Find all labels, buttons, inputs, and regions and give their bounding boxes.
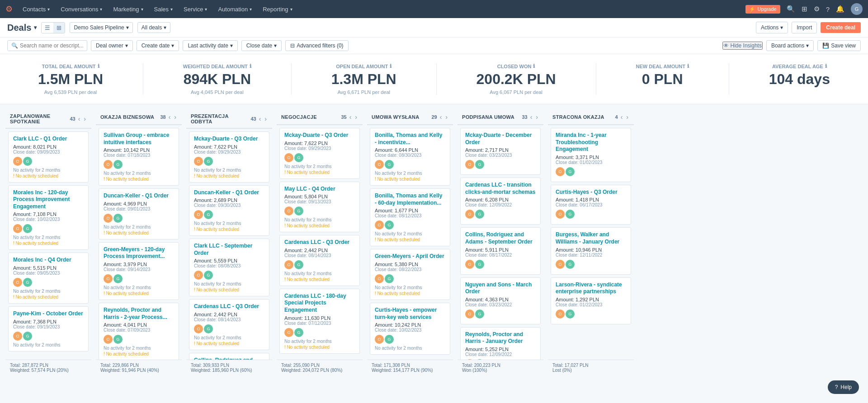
deal-card[interactable]: Reynolds, Proctor and Harris - 2-year Pr… bbox=[99, 303, 179, 360]
deal-card[interactable]: Bonilla, Thomas and Kelly - 60-day Imple… bbox=[370, 188, 450, 246]
deal-card[interactable]: Cardenas LLC - transition clicks-and-mor… bbox=[460, 178, 541, 225]
insight-open-deal-sub: Avg 6,671 PLN per deal bbox=[331, 89, 396, 95]
deal-card[interactable]: Morales Inc - 120-day Process Improvemen… bbox=[8, 185, 89, 250]
deal-name: Mckay-Duarte - Q3 Order bbox=[284, 132, 355, 139]
deal-card[interactable]: Curtis-Hayes - empower turn-key web serv… bbox=[370, 303, 450, 355]
column-count-zaplanowane: 43 bbox=[70, 116, 75, 122]
deal-card[interactable]: Larson-Rivera - syndicate enterprise par… bbox=[551, 277, 631, 324]
deal-card[interactable]: Miranda Inc - 1-year Troubleshooting Eng… bbox=[551, 128, 631, 182]
avatar: O bbox=[13, 332, 22, 341]
deal-card[interactable]: Collins, Rodriguez and Adams - re-contex… bbox=[189, 353, 269, 360]
deal-card[interactable]: Bonilla, Thomas and Kelly - incentivize.… bbox=[370, 128, 450, 186]
advanced-filters-button[interactable]: ⊟ Advanced filters (0) bbox=[285, 40, 348, 51]
notifications-icon[interactable]: 🔔 bbox=[836, 5, 844, 13]
marketplace-icon[interactable]: ⊞ bbox=[802, 5, 807, 13]
deal-amount: Amount: 8,021 PLN bbox=[13, 144, 84, 150]
nav-marketing[interactable]: Marketing ▾ bbox=[108, 0, 147, 18]
nav-sales[interactable]: Sales ▾ bbox=[150, 0, 178, 18]
deal-card[interactable]: Green-Meyers - 120-day Process Improveme… bbox=[99, 242, 179, 300]
column-next-zaplanowane[interactable]: › bbox=[83, 115, 87, 122]
deal-card[interactable]: Collins, Rodriguez and Adams - September… bbox=[460, 227, 541, 274]
upgrade-button[interactable]: ⚡ Upgrade bbox=[745, 5, 780, 14]
hide-insights-button[interactable]: 👁 Hide Insights bbox=[722, 42, 763, 50]
board-view-button[interactable]: ⊞ bbox=[53, 23, 65, 33]
deal-card[interactable]: Reynolds, Proctor and Harris - January O… bbox=[460, 327, 541, 360]
deal-amount: Amount: 5,515 PLN bbox=[13, 265, 84, 271]
deal-card[interactable]: Nguyen and Sons - March Order Amount: 4,… bbox=[460, 277, 541, 324]
column-next-umowa[interactable]: › bbox=[444, 113, 448, 121]
header-left: Deals ▾ ☰ ⊞ Demo Sales Pipeline ▾ All de… bbox=[7, 22, 170, 33]
search-box[interactable]: 🔍 bbox=[7, 40, 87, 51]
nav-contacts[interactable]: Contacts ▾ bbox=[18, 0, 54, 18]
list-view-button[interactable]: ☰ bbox=[42, 23, 53, 33]
deal-name: Bonilla, Thomas and Kelly - incentivize.… bbox=[375, 132, 445, 146]
deal-name: Morales Inc - Q4 Order bbox=[13, 257, 84, 264]
import-button[interactable]: Import bbox=[792, 22, 817, 33]
column-header-right: 4 ‹ › bbox=[615, 113, 629, 121]
deal-card[interactable]: Payne-Kim - October Order Amount: 7,368 … bbox=[8, 306, 89, 351]
deal-close-date: Close date: 08/17/2022 bbox=[465, 253, 536, 258]
pipeline-select[interactable]: Demo Sales Pipeline ▾ bbox=[70, 22, 132, 33]
deal-card[interactable]: Green-Meyers - April Order Amount: 5,380… bbox=[370, 249, 450, 300]
chevron-down-icon: ▾ bbox=[230, 42, 233, 49]
deal-card[interactable]: Clark LLC - Q1 Order Amount: 8,021 PLN C… bbox=[8, 131, 89, 183]
deal-card[interactable]: Mckay-Duarte - December Order Amount: 2,… bbox=[460, 128, 541, 175]
create-date-filter[interactable]: Create date ▾ bbox=[137, 40, 179, 51]
chevron-down-icon: ▾ bbox=[47, 7, 50, 12]
activity-text: No activity for 2 months bbox=[13, 235, 84, 240]
settings-icon[interactable]: ⚙ bbox=[814, 5, 820, 13]
search-icon[interactable]: 🔍 bbox=[787, 5, 795, 13]
column-next-podpisana[interactable]: › bbox=[535, 113, 539, 121]
deal-card[interactable]: Morales Inc - Q4 Order Amount: 5,515 PLN… bbox=[8, 253, 89, 304]
avatar[interactable]: G bbox=[851, 3, 863, 15]
column-next-negocjacje[interactable]: › bbox=[354, 113, 358, 121]
deal-avatars: OG bbox=[375, 274, 445, 283]
deal-card[interactable]: Duncan-Keller - Q1 Order Amount: 2,689 P… bbox=[189, 185, 269, 236]
nav-conversations[interactable]: Conversations ▾ bbox=[56, 0, 107, 18]
column-prev-zaplanowane[interactable]: ‹ bbox=[77, 115, 81, 122]
column-next-okazja[interactable]: › bbox=[173, 113, 177, 121]
all-deals-select[interactable]: All deals ▾ bbox=[137, 22, 170, 33]
close-date-filter[interactable]: Close date ▾ bbox=[241, 40, 282, 51]
activity-warning: ! No activity scheduled bbox=[284, 223, 355, 228]
insight-new-deal-label: NEW DEAL AMOUNT ℹ bbox=[636, 63, 689, 69]
deal-card[interactable]: Cardenas LLC - Q3 Order Amount: 2,442 PL… bbox=[189, 299, 269, 350]
actions-button[interactable]: Actions ▾ bbox=[756, 22, 788, 33]
save-view-button[interactable]: 💾 Save view bbox=[817, 40, 861, 51]
search-input[interactable] bbox=[20, 42, 83, 49]
deal-owner-filter[interactable]: Deal owner ▾ bbox=[91, 40, 133, 51]
deal-card[interactable]: Burgess, Walker and Williams - January O… bbox=[551, 227, 631, 274]
last-activity-filter[interactable]: Last activity date ▾ bbox=[183, 40, 237, 51]
column-prev-prezentacja[interactable]: ‹ bbox=[258, 115, 262, 122]
nav-reporting[interactable]: Reporting ▾ bbox=[258, 0, 297, 18]
deal-card[interactable]: Mckay-Duarte - Q3 Order Amount: 7,622 PL… bbox=[279, 128, 360, 179]
nav-service[interactable]: Service ▾ bbox=[179, 0, 212, 18]
create-deal-button[interactable]: Create deal bbox=[821, 22, 861, 33]
deal-card[interactable]: Curtis-Hayes - Q3 Order Amount: 1,418 PL… bbox=[551, 185, 631, 225]
nav-automation[interactable]: Automation ▾ bbox=[213, 0, 256, 18]
activity-text: No activity for 2 months bbox=[104, 285, 174, 290]
activity-warning: ! No activity scheduled bbox=[194, 341, 264, 346]
column-prev-negocjacje[interactable]: ‹ bbox=[349, 113, 353, 121]
column-prev-okazja[interactable]: ‹ bbox=[168, 113, 172, 121]
deal-close-date: Close date: 09/19/2023 bbox=[13, 324, 84, 329]
chevron-down-icon: ▾ bbox=[126, 24, 129, 31]
help-button[interactable]: ? Help bbox=[828, 380, 859, 381]
column-next-prezentacja[interactable]: › bbox=[264, 115, 268, 122]
column-prev-podpisana[interactable]: ‹ bbox=[529, 113, 533, 121]
column-prev-umowa[interactable]: ‹ bbox=[439, 113, 443, 121]
deal-card[interactable]: May LLC - Q4 Order Amount: 5,804 PLN Clo… bbox=[279, 182, 360, 233]
deals-title[interactable]: Deals ▾ bbox=[7, 23, 37, 33]
help-icon[interactable]: ? bbox=[826, 5, 830, 13]
deal-card[interactable]: Mckay-Duarte - Q3 Order Amount: 7,622 PL… bbox=[189, 131, 269, 183]
column-prev-stracona[interactable]: ‹ bbox=[620, 113, 624, 121]
deal-close-date: Close date: 07/09/2023 bbox=[104, 328, 174, 333]
deal-card[interactable]: Cardenas LLC - Q3 Order Amount: 2,442 PL… bbox=[279, 235, 360, 286]
deal-card[interactable]: Cardenas LLC - 180-day Special Projects … bbox=[279, 289, 360, 354]
column-next-stracona[interactable]: › bbox=[625, 113, 629, 121]
deal-card[interactable]: Duncan-Keller - Q1 Order Amount: 4,969 P… bbox=[99, 188, 179, 239]
filter-left: 🔍 Deal owner ▾ Create date ▾ Last activi… bbox=[7, 40, 349, 51]
deal-card[interactable]: Clark LLC - September Order Amount: 5,55… bbox=[189, 239, 269, 296]
board-actions-button[interactable]: Board actions ▾ bbox=[766, 40, 814, 51]
deal-card[interactable]: Sullivan Group - embrace intuitive inter… bbox=[99, 128, 179, 186]
